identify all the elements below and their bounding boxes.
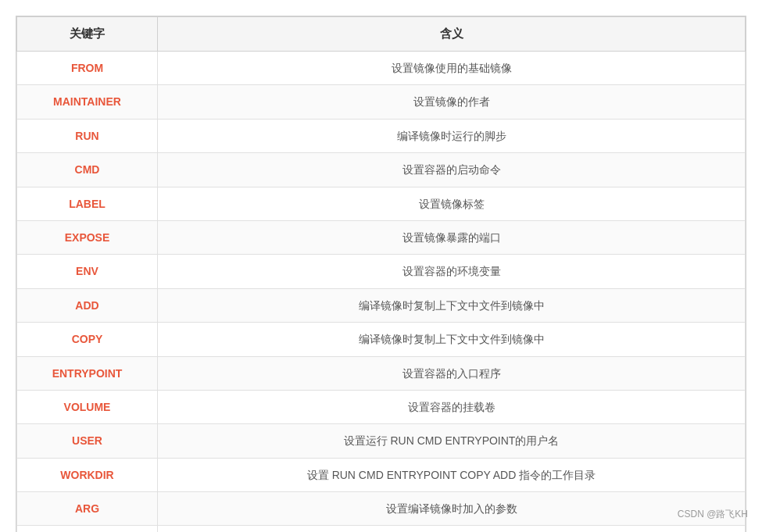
table-header-row: 关键字 含义 [17, 17, 746, 52]
col-header-keyword: 关键字 [17, 17, 158, 52]
meaning-cell: 设置容器的挂载卷 [158, 390, 746, 423]
table-row: VOLUME设置容器的挂载卷 [17, 390, 746, 423]
meaning-cell: 设置容器的入口程序 [158, 356, 746, 390]
meaning-cell: 编译镜像时运行的脚步 [158, 119, 746, 152]
meaning-cell: 设置 RUN CMD ENTRYPOINT COPY ADD 指令的工作目录 [158, 458, 746, 491]
table-row: FROM设置镜像使用的基础镜像 [17, 52, 746, 85]
meaning-cell: 设置容器的环境变量 [158, 255, 746, 288]
keyword-cell: USER [17, 424, 158, 458]
table-row: WORKDIR设置 RUN CMD ENTRYPOINT COPY ADD 指令… [17, 458, 746, 491]
keyword-cell: ADD [17, 288, 158, 322]
keyword-cell: ENTRYPOINT [17, 356, 158, 390]
meaning-cell: 设置运行 RUN CMD ENTRYPOINT的用户名 [158, 424, 746, 458]
meaning-cell: 设置镜像的作者 [158, 85, 746, 119]
meaning-cell: 设置镜像的ONBUILD 指令 [158, 526, 746, 532]
table-row: CMD设置容器的启动命令 [17, 153, 746, 187]
col-header-meaning: 含义 [158, 17, 746, 52]
table-row: RUN编译镜像时运行的脚步 [17, 119, 746, 152]
keyword-cell: RUN [17, 119, 158, 152]
keyword-cell: CMD [17, 153, 158, 187]
keyword-cell: ENV [17, 255, 158, 288]
meaning-cell: 编译镜像时复制上下文中文件到镜像中 [158, 288, 746, 322]
keyword-cell: VOLUME [17, 390, 158, 423]
watermark: CSDN @路飞KH [678, 508, 748, 521]
table-row: LABEL设置镜像标签 [17, 187, 746, 220]
meaning-cell: 设置容器的启动命令 [158, 153, 746, 187]
keyword-cell: WORKDIR [17, 458, 158, 491]
keyword-cell: ONBUILD [17, 526, 158, 532]
dockerfile-keywords-table: 关键字 含义 FROM设置镜像使用的基础镜像MAINTAINER设置镜像的作者R… [16, 16, 746, 532]
table-row: ENTRYPOINT设置容器的入口程序 [17, 356, 746, 390]
table-row: COPY编译镜像时复制上下文中文件到镜像中 [17, 323, 746, 356]
keyword-cell: FROM [17, 52, 158, 85]
table-row: ARG设置编译镜像时加入的参数 [17, 492, 746, 526]
table-row: MAINTAINER设置镜像的作者 [17, 85, 746, 119]
keyword-cell: LABEL [17, 187, 158, 220]
keyword-cell: EXPOSE [17, 220, 158, 254]
keyword-cell: ARG [17, 492, 158, 526]
keyword-cell: COPY [17, 323, 158, 356]
table-row: USER设置运行 RUN CMD ENTRYPOINT的用户名 [17, 424, 746, 458]
meaning-cell: 设置镜像标签 [158, 187, 746, 220]
table-row: EXPOSE设置镜像暴露的端口 [17, 220, 746, 254]
meaning-cell: 设置编译镜像时加入的参数 [158, 492, 746, 526]
keyword-cell: MAINTAINER [17, 85, 158, 119]
table-row: ONBUILD设置镜像的ONBUILD 指令 [17, 526, 746, 532]
meaning-cell: 设置镜像使用的基础镜像 [158, 52, 746, 85]
table-row: ENV设置容器的环境变量 [17, 255, 746, 288]
meaning-cell: 设置镜像暴露的端口 [158, 220, 746, 254]
table-row: ADD编译镜像时复制上下文中文件到镜像中 [17, 288, 746, 322]
meaning-cell: 编译镜像时复制上下文中文件到镜像中 [158, 323, 746, 356]
